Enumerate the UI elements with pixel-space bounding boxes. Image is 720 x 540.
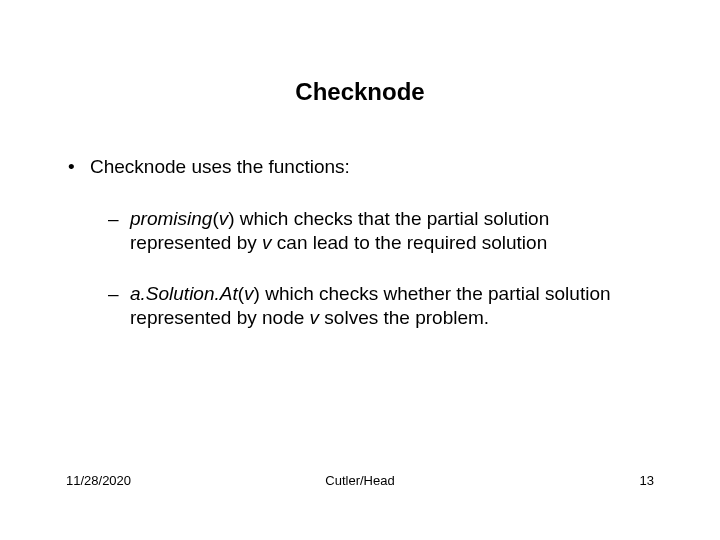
var-v: v bbox=[219, 208, 229, 229]
var-v: v bbox=[262, 232, 272, 253]
func-asolutionat: a.Solution.At bbox=[130, 283, 238, 304]
func-promising: promising bbox=[130, 208, 212, 229]
slide: Checknode Checknode uses the functions: … bbox=[0, 0, 720, 540]
var-v: v bbox=[310, 307, 320, 328]
footer-page-number: 13 bbox=[640, 473, 654, 488]
footer-date: 11/28/2020 bbox=[66, 473, 131, 488]
bullet-level1: Checknode uses the functions: bbox=[66, 155, 654, 179]
footer-author: Cutler/Head bbox=[66, 473, 654, 488]
bullet-l1-text: Checknode uses the functions: bbox=[90, 156, 350, 177]
slide-title: Checknode bbox=[0, 78, 720, 106]
bullet-level2-asolutionat: a.Solution.At(v) which checks whether th… bbox=[66, 282, 654, 330]
var-v: v bbox=[244, 283, 254, 304]
slide-body: Checknode uses the functions: promising(… bbox=[66, 155, 654, 358]
bullet-level2-promising: promising(v) which checks that the parti… bbox=[66, 207, 654, 255]
slide-footer: 11/28/2020 Cutler/Head 13 bbox=[66, 473, 654, 488]
text-segment: can lead to the required solution bbox=[272, 232, 548, 253]
text-segment: solves the problem. bbox=[319, 307, 489, 328]
